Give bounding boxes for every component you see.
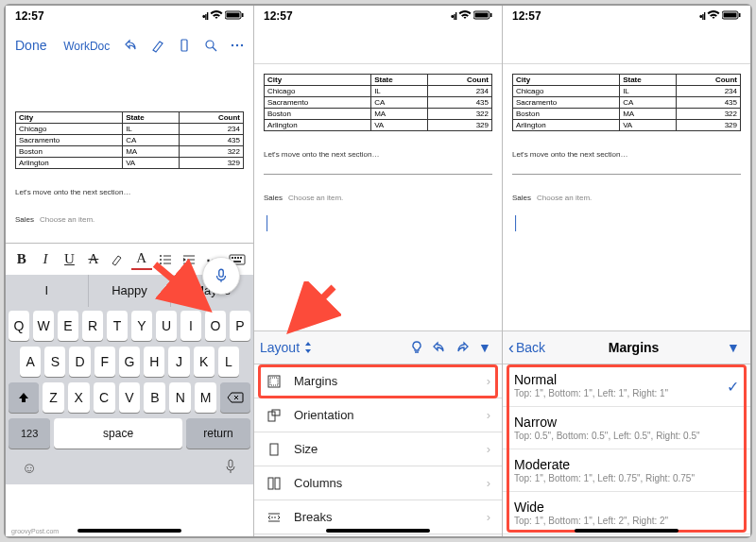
city-table: CityStateCount ChicagoIL234 SacramentoCA… bbox=[15, 111, 244, 169]
home-indicator[interactable] bbox=[77, 529, 181, 533]
key-f[interactable]: F bbox=[94, 347, 115, 377]
key-d[interactable]: D bbox=[69, 347, 90, 377]
key-k[interactable]: K bbox=[194, 347, 215, 377]
svg-rect-3 bbox=[181, 40, 187, 51]
underline-button[interactable]: U bbox=[59, 249, 79, 270]
key-123[interactable]: 123 bbox=[9, 418, 50, 449]
key-g[interactable]: G bbox=[119, 347, 140, 377]
svg-rect-1 bbox=[227, 13, 240, 18]
battery-icon bbox=[722, 9, 741, 23]
highlight-button[interactable] bbox=[107, 249, 128, 270]
key-q[interactable]: Q bbox=[9, 311, 29, 341]
th-count: Count bbox=[180, 112, 244, 124]
key-t[interactable]: T bbox=[107, 311, 128, 341]
text-cursor: │ bbox=[512, 215, 741, 230]
key-e[interactable]: E bbox=[58, 311, 78, 341]
key-c[interactable]: C bbox=[94, 382, 115, 413]
mobile-view-icon[interactable] bbox=[176, 37, 193, 54]
bullets-button[interactable] bbox=[155, 249, 176, 270]
emoji-button[interactable]: ☺ bbox=[22, 460, 37, 477]
key-b[interactable]: B bbox=[144, 382, 165, 413]
key-space[interactable]: space bbox=[54, 418, 182, 449]
ribbon-tab-layout[interactable]: Layout bbox=[260, 340, 313, 355]
svg-rect-20 bbox=[232, 257, 233, 259]
screenshot-pane-1: 12:57 Done WorkDoc CityStateCount Chicag… bbox=[6, 6, 254, 536]
key-r[interactable]: R bbox=[82, 311, 103, 341]
ribbon-header: Layout ▼ bbox=[254, 330, 502, 364]
done-button[interactable]: Done bbox=[11, 38, 50, 53]
key-w[interactable]: W bbox=[33, 311, 54, 341]
strikethrough-button[interactable]: A bbox=[83, 249, 104, 270]
draw-icon[interactable] bbox=[149, 37, 166, 54]
collapse-ribbon-icon[interactable]: ▼ bbox=[722, 336, 745, 359]
status-bar: 12:57 bbox=[254, 6, 502, 26]
key-m[interactable]: M bbox=[195, 382, 216, 413]
key-y[interactable]: Y bbox=[131, 311, 152, 341]
svg-line-5 bbox=[213, 47, 216, 51]
key-v[interactable]: V bbox=[119, 382, 141, 413]
indent-button[interactable] bbox=[179, 249, 199, 270]
key-n[interactable]: N bbox=[169, 382, 191, 413]
more-icon[interactable] bbox=[229, 37, 246, 54]
dictation-fab[interactable] bbox=[202, 257, 240, 295]
menu-item-size[interactable]: Size› bbox=[254, 432, 502, 466]
wifi-icon bbox=[707, 9, 720, 23]
search-icon[interactable] bbox=[202, 37, 219, 54]
svg-rect-37 bbox=[275, 478, 280, 489]
key-s[interactable]: S bbox=[44, 347, 65, 377]
margin-option-mirrored[interactable]: MirroredTop: 1", Bottom: 1", Left: 1.25"… bbox=[503, 534, 750, 536]
back-button[interactable]: ‹Back bbox=[508, 338, 545, 358]
key-l[interactable]: L bbox=[218, 347, 239, 377]
document-area[interactable]: CityStateCount ChicagoIL234 SacramentoCA… bbox=[503, 64, 750, 234]
credit-text: groovyPost.com bbox=[11, 528, 59, 534]
key-return[interactable]: return bbox=[186, 418, 250, 449]
status-icons bbox=[699, 9, 741, 23]
key-u[interactable]: U bbox=[156, 311, 177, 341]
tell-me-icon[interactable] bbox=[405, 336, 428, 359]
key-shift[interactable] bbox=[9, 382, 39, 413]
font-color-button[interactable]: A bbox=[131, 249, 152, 270]
menu-item-columns[interactable]: Columns› bbox=[254, 466, 502, 500]
key-a[interactable]: A bbox=[20, 347, 41, 377]
key-h[interactable]: H bbox=[144, 347, 164, 377]
document-area[interactable]: CityStateCount ChicagoIL234 SacramentoCA… bbox=[6, 64, 253, 243]
suggestion-1[interactable]: I bbox=[6, 275, 89, 307]
dictate-button[interactable] bbox=[224, 458, 237, 479]
battery-icon bbox=[473, 9, 492, 23]
svg-point-8 bbox=[241, 44, 243, 46]
key-x[interactable]: X bbox=[68, 382, 90, 413]
svg-point-10 bbox=[160, 255, 162, 257]
screenshot-pane-2: 12:57 CityStateCount ChicagoIL234 Sacram… bbox=[254, 6, 503, 536]
document-area[interactable]: CityStateCount ChicagoIL234 SacramentoCA… bbox=[254, 64, 502, 234]
collapse-ribbon-icon[interactable]: ▼ bbox=[473, 336, 496, 359]
svg-point-7 bbox=[236, 44, 238, 46]
italic-button[interactable]: I bbox=[35, 249, 56, 270]
undo-icon[interactable] bbox=[428, 336, 451, 359]
key-o[interactable]: O bbox=[205, 311, 226, 341]
undo-icon[interactable] bbox=[123, 37, 140, 54]
next-section-text: Let's move onto the next section… bbox=[512, 150, 741, 159]
sales-line: SalesChoose an item. bbox=[512, 194, 741, 202]
breaks-icon bbox=[266, 509, 283, 526]
home-indicator[interactable] bbox=[326, 529, 430, 533]
status-bar: 12:57 bbox=[6, 6, 253, 26]
key-backspace[interactable] bbox=[220, 382, 250, 413]
home-indicator[interactable] bbox=[575, 529, 679, 533]
key-j[interactable]: J bbox=[168, 347, 189, 377]
key-i[interactable]: I bbox=[180, 311, 201, 341]
toolbar: Done WorkDoc bbox=[6, 26, 253, 64]
status-time: 12:57 bbox=[15, 9, 44, 23]
redo-icon[interactable] bbox=[451, 336, 473, 359]
menu-item-orientation[interactable]: Orientation› bbox=[254, 398, 502, 432]
key-p[interactable]: P bbox=[230, 311, 250, 341]
wifi-icon bbox=[210, 9, 223, 23]
suggestion-2[interactable]: Happy bbox=[89, 275, 172, 307]
next-section-text: Let's move onto the next section… bbox=[264, 150, 492, 159]
keyboard: QWERTYUIOP ASDFGHJKL ZXCVBNM 123 space r… bbox=[6, 307, 253, 484]
svg-rect-23 bbox=[240, 257, 242, 259]
svg-rect-35 bbox=[270, 444, 278, 455]
key-z[interactable]: Z bbox=[43, 382, 64, 413]
svg-rect-2 bbox=[242, 13, 244, 17]
bold-button[interactable]: B bbox=[11, 249, 32, 270]
chevron-right-icon: › bbox=[487, 408, 490, 422]
